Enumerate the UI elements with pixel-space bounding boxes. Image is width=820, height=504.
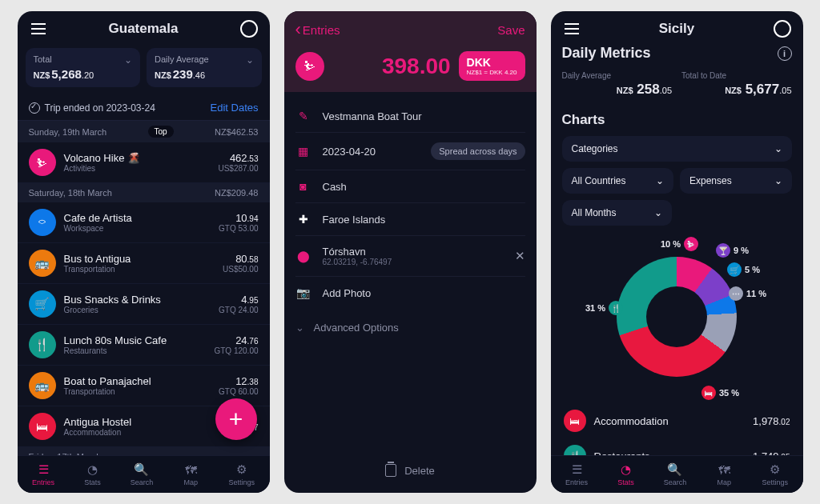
other-icon: ⋯: [729, 286, 743, 301]
tab-map[interactable]: 🗺Map: [183, 462, 199, 486]
tab-stats[interactable]: ◔Stats: [617, 462, 634, 486]
expenses-dropdown[interactable]: Expenses⌄: [680, 168, 792, 194]
screen-stats: Sicily Daily Metrics i Daily Average NZ$…: [551, 11, 803, 493]
tab-map[interactable]: 🗺Map: [716, 462, 732, 486]
chevron-down-icon: ⌄: [774, 143, 782, 154]
title-field[interactable]: ✎ Vestmanna Boat Tour: [295, 100, 525, 133]
payment-field[interactable]: ◙ Cash: [295, 170, 525, 203]
trip-status-text: Trip ended on 2023-03-24: [29, 102, 155, 114]
pencil-icon: ✎: [295, 110, 312, 122]
tab-entries[interactable]: ☰Entries: [32, 462, 54, 486]
advanced-toggle[interactable]: ⌄ Advanced Options: [295, 309, 525, 346]
entry-row[interactable]: ⌔ Cafe de ArtistaWorkspace 10.94GTQ 53.0…: [18, 202, 270, 243]
search-icon: 🔍: [134, 462, 150, 477]
transport-icon: 🚌: [29, 372, 56, 399]
tab-stats[interactable]: ◔Stats: [84, 462, 101, 486]
chevron-down-icon: ⌄: [656, 175, 664, 186]
chevron-down-icon: ⌄: [124, 54, 132, 66]
stats-metrics: Daily Average NZ$ 258.05 Total to Date N…: [551, 68, 803, 109]
menu-icon[interactable]: [562, 19, 581, 38]
pie-icon: ◔: [84, 462, 100, 477]
top-bar: Guatemala: [18, 11, 270, 43]
clear-location-icon[interactable]: ✕: [515, 249, 525, 263]
trash-icon: [385, 464, 396, 477]
entry-row[interactable]: ⛷ Volcano Hike 🌋 Activities 462.53 US$28…: [18, 142, 270, 183]
profile-icon[interactable]: [239, 19, 259, 38]
delete-button[interactable]: Delete: [284, 464, 537, 477]
tab-settings[interactable]: ⚙Settings: [228, 462, 255, 486]
tab-search[interactable]: 🔍Search: [131, 462, 154, 486]
groceries-icon: 🛒: [29, 290, 56, 318]
activities-icon: ⛷: [684, 237, 698, 251]
page-title: Guatemala: [48, 21, 239, 37]
tab-settings[interactable]: ⚙Settings: [762, 462, 788, 486]
metric-total: Total to Date NZ$ 5,677.05: [680, 68, 794, 101]
chevron-down-icon: ⌄: [295, 322, 304, 334]
camera-icon: 📷: [295, 286, 312, 299]
tab-search[interactable]: 🔍Search: [664, 462, 687, 486]
calendar-icon: ▦: [295, 145, 312, 158]
save-button[interactable]: Save: [497, 23, 525, 37]
category-icon[interactable]: ⛷: [295, 52, 324, 81]
trip-status-bar: Trip ended on 2023-03-24 Edit Dates: [18, 95, 270, 121]
list-icon: ☰: [35, 462, 51, 477]
map-icon: 🗺: [183, 462, 199, 477]
pin-icon: ⬤: [295, 250, 312, 262]
cash-icon: ◙: [295, 180, 312, 193]
form-header: Entries Save ⛷ 398.00 DKK NZ$1 = DKK 4.2…: [284, 11, 537, 92]
search-icon: 🔍: [667, 462, 683, 477]
countries-dropdown[interactable]: All Countries⌄: [562, 168, 674, 194]
profile-icon[interactable]: [773, 19, 792, 38]
drinks-icon: 🍸: [716, 243, 730, 258]
page-title: Sicily: [581, 21, 773, 37]
charts-heading: Charts: [562, 112, 792, 128]
accommodation-icon: 🛏: [29, 413, 56, 440]
add-entry-fab[interactable]: +: [215, 398, 257, 440]
photo-field[interactable]: 📷 Add Photo: [295, 277, 525, 309]
tab-entries[interactable]: ☰Entries: [565, 462, 588, 486]
check-icon: [29, 102, 40, 114]
location-field[interactable]: ⬤ Tórshavn 62.03219, -6.76497 ✕: [295, 236, 525, 277]
entry-row[interactable]: 🚌 Bus to AntiguaTransportation 80.58US$5…: [18, 243, 270, 284]
edit-dates-link[interactable]: Edit Dates: [211, 102, 259, 114]
spread-days-button[interactable]: Spread across days: [431, 142, 525, 160]
workspace-icon: ⌔: [29, 209, 56, 236]
info-icon[interactable]: i: [778, 46, 792, 61]
groceries-icon: 🛒: [727, 262, 742, 277]
currency-selector[interactable]: DKK NZ$1 = DKK 4.20: [459, 51, 525, 81]
accommodation-icon: 🛏: [701, 386, 716, 400]
accommodation-icon: 🛏: [564, 410, 586, 432]
screen-entries-list: Guatemala Total ⌄ NZ$5,268.20 Daily Aver…: [18, 11, 270, 493]
gear-icon: ⚙: [234, 462, 250, 477]
category-donut-chart: 10 %⛷ 🍸9 % 🛒5 % ⋯11 % 31 %🍴 🛏35 %: [597, 237, 757, 397]
metric-total-value: NZ$5,268.20: [34, 67, 133, 81]
legend-row[interactable]: 🛏 Accommodation 1,978.02: [562, 403, 792, 438]
metric-daily-value: NZ$239.46: [155, 67, 254, 81]
restaurants-icon: 🍴: [29, 331, 56, 358]
day-header: Friday, 17th March: [18, 447, 270, 455]
transport-icon: 🚌: [29, 250, 56, 277]
entry-row[interactable]: 🛒 Bus Snacks & DrinksGroceries 4.95GTQ 2…: [18, 284, 270, 325]
metric-daily-label: Daily Average: [155, 54, 254, 64]
gear-icon: ⚙: [767, 462, 783, 477]
country-field[interactable]: ✚ Faroe Islands: [295, 203, 525, 236]
top-badge: Top: [148, 126, 174, 138]
date-field[interactable]: ▦ 2023-04-20 Spread across days: [295, 133, 525, 170]
months-dropdown[interactable]: All Months⌄: [562, 200, 673, 226]
day-header: Saturday, 18th MarchNZ$209.48: [18, 183, 270, 202]
metric-total[interactable]: Total ⌄ NZ$5,268.20: [26, 48, 141, 87]
summary-metrics: Total ⌄ NZ$5,268.20 Daily Average ⌄ NZ$2…: [18, 43, 270, 95]
flag-icon: ✚: [295, 213, 312, 226]
menu-icon[interactable]: [29, 19, 48, 38]
metric-daily[interactable]: Daily Average ⌄ NZ$239.46: [147, 48, 262, 87]
categories-dropdown[interactable]: Categories⌄: [562, 136, 792, 162]
tab-bar: ☰Entries ◔Stats 🔍Search 🗺Map ⚙Settings: [18, 455, 270, 493]
pie-icon: ◔: [617, 462, 633, 477]
chevron-down-icon: ⌄: [654, 207, 662, 218]
metric-total-label: Total: [34, 54, 133, 64]
day-header: Sunday, 19th March Top NZ$462.53: [18, 121, 270, 142]
chevron-down-icon: ⌄: [774, 175, 782, 186]
back-button[interactable]: Entries: [295, 19, 340, 40]
amount-value[interactable]: 398.00: [332, 54, 451, 79]
entry-row[interactable]: 🍴 Lunch 80s Music CafeRestaurants 24.76G…: [18, 325, 270, 366]
